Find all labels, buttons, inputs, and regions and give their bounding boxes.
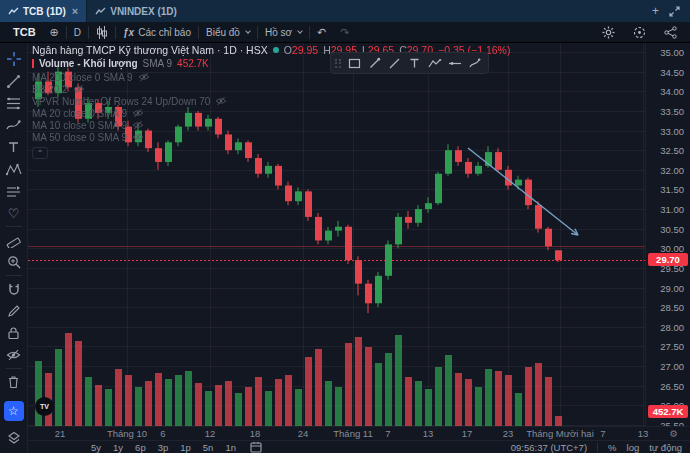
time-tick-label: 24 <box>298 428 309 439</box>
eye-slash-icon[interactable] <box>132 120 144 130</box>
eye-slash-icon[interactable] <box>132 108 144 118</box>
tab-close-icon[interactable]: × <box>72 5 78 17</box>
profile-menu-button[interactable]: Hồ sơ <box>258 22 309 42</box>
undo-icon: ↶ <box>317 27 326 38</box>
clock-utc-button[interactable]: 09:56:37 (UTC+7) <box>511 442 587 453</box>
drag-handle[interactable] <box>335 59 341 68</box>
eye-slash-icon[interactable] <box>215 96 227 106</box>
range-button-6p[interactable]: 6p <box>129 442 152 453</box>
range-button-1n[interactable]: 1n <box>219 442 242 453</box>
price-axis[interactable]: 35.0034.5034.0033.5033.0032.5032.0031.50… <box>645 43 690 426</box>
time-tick-label: 13 <box>638 428 649 439</box>
share-button[interactable] <box>657 26 684 39</box>
indicator-label: MA 50 close 0 SMA 9 <box>32 132 127 143</box>
chart-menu-button[interactable]: Biểu đồ <box>199 22 257 42</box>
text-annotation-button[interactable] <box>406 54 424 72</box>
remove-drawings-button[interactable] <box>2 371 26 393</box>
time-axis[interactable]: ⚙ 21Tháng 106121824Tháng 117131723Tháng … <box>28 426 690 440</box>
eye-slash-icon[interactable] <box>73 84 85 94</box>
indicator-label: MA 20 close 0 SMA 9 <box>32 108 127 119</box>
indicators-button[interactable]: ƒx Các chỉ báo <box>116 22 198 42</box>
line-tool-button[interactable] <box>386 54 404 72</box>
compare-button[interactable]: ⊕ <box>43 22 66 42</box>
hide-drawings-button[interactable] <box>2 344 26 366</box>
axis-settings-gear-icon[interactable]: ⚙ <box>669 428 678 439</box>
time-tick-label: 17 <box>462 428 473 439</box>
pattern-tool-button[interactable] <box>2 158 26 180</box>
xabcd-pattern-icon <box>6 163 22 176</box>
forecast-tool-button[interactable] <box>2 180 26 202</box>
range-button-1p[interactable]: 1p <box>174 442 197 453</box>
indicator-row[interactable]: BB 20 2 <box>32 83 510 95</box>
redo-button[interactable]: ↷ <box>333 22 356 42</box>
range-button-5n[interactable]: 5n <box>197 442 220 453</box>
pen-line-icon <box>368 57 381 70</box>
settings-button[interactable] <box>595 26 622 39</box>
chart-menu-label: Biểu đồ <box>206 27 240 38</box>
brush-annotation-button[interactable] <box>466 54 484 72</box>
interval-button[interactable]: D <box>67 22 88 42</box>
brush-tool-button[interactable] <box>2 114 26 136</box>
range-button-3p[interactable]: 3p <box>152 442 175 453</box>
price-tick-label: 33.50 <box>660 106 684 117</box>
emoji-tool-button[interactable]: ♡ <box>2 202 26 224</box>
symbol-button[interactable]: TCB <box>6 22 43 42</box>
magnet-tool-button[interactable] <box>2 278 26 300</box>
volume-color-tick <box>32 59 34 68</box>
horizontal-ray-button[interactable] <box>446 54 464 72</box>
legend-collapse-button[interactable]: ⌃ <box>32 147 48 159</box>
price-tick-label: 32.00 <box>660 165 684 176</box>
lock-icon <box>7 326 20 340</box>
indicator-row[interactable]: MA 50 close 0 SMA 9 <box>32 131 510 143</box>
calendar-icon <box>250 441 262 453</box>
auto-scale-button[interactable]: tự động <box>649 442 682 453</box>
drawing-toolbar: ♡ ☆ <box>0 43 28 453</box>
price-tick-label: 29.00 <box>660 283 684 294</box>
indicator-row[interactable]: VPVR Number Of Rows 24 Up/Down 70 <box>32 95 510 107</box>
undo-button[interactable]: ↶ <box>310 22 333 42</box>
indicator-label: BB 20 2 <box>32 84 68 95</box>
volume-value: 452.7K <box>177 58 209 69</box>
price-tick-label: 34.00 <box>660 86 684 97</box>
lock-drawings-button[interactable] <box>2 322 26 344</box>
rectangle-tool-button[interactable] <box>346 54 364 72</box>
object-tree-button[interactable] <box>2 427 26 449</box>
range-button-1y[interactable]: 1y <box>107 442 129 453</box>
eye-slash-icon[interactable] <box>132 132 144 142</box>
forecast-icon <box>6 185 21 198</box>
price-tick-label: 28.50 <box>660 302 684 313</box>
snapshot-button[interactable] <box>626 26 653 39</box>
chart-style-button[interactable] <box>89 22 115 42</box>
price-tick-label: 33.00 <box>660 126 684 137</box>
polyline-tool-button[interactable] <box>426 54 444 72</box>
expand-tabs-icon[interactable] <box>669 6 680 17</box>
percent-scale-button[interactable]: % <box>608 442 616 453</box>
price-tick-label: 28.00 <box>660 322 684 333</box>
drawing-mode-button[interactable] <box>2 300 26 322</box>
trend-line-tool-button[interactable] <box>2 70 26 92</box>
log-scale-button[interactable]: log <box>627 442 640 453</box>
ohlc-key: O <box>284 44 292 56</box>
fib-retracement-tool-button[interactable] <box>2 92 26 114</box>
indicator-row[interactable]: MA 20 close 0 SMA 9 <box>32 107 510 119</box>
measure-tool-button[interactable] <box>2 229 26 251</box>
bottom-toolbar: 5y1y6p3p1p5n1n 09:56:37 (UTC+7) % log tự… <box>28 440 690 453</box>
price-tick-label: 31.50 <box>660 184 684 195</box>
favorites-toolbar-button[interactable]: ☆ <box>4 401 24 421</box>
chevron-down-icon <box>245 28 251 34</box>
tab-tcb[interactable]: TCB (1D) × <box>0 0 86 22</box>
time-tick-label: 7 <box>385 428 390 439</box>
symbol-description[interactable]: Ngân hàng TMCP Kỹ thương Việt Nam · 1D ·… <box>32 44 268 56</box>
range-button-5y[interactable]: 5y <box>85 442 107 453</box>
tab-vnindex[interactable]: VNINDEX (1D) <box>87 0 185 22</box>
add-tab-icon[interactable]: + <box>652 5 659 17</box>
crosshair-tool-button[interactable] <box>2 48 26 70</box>
goto-date-button[interactable] <box>250 441 262 453</box>
eye-slash-icon[interactable] <box>138 72 150 82</box>
toolbar-separator <box>6 226 22 227</box>
text-tool-button[interactable] <box>2 136 26 158</box>
pen-line-tool-button[interactable] <box>366 54 384 72</box>
indicator-row[interactable]: MA 10 close 0 SMA 9 <box>32 119 510 131</box>
tradingview-logo[interactable]: TV <box>35 397 54 416</box>
zoom-in-tool-button[interactable] <box>2 251 26 273</box>
